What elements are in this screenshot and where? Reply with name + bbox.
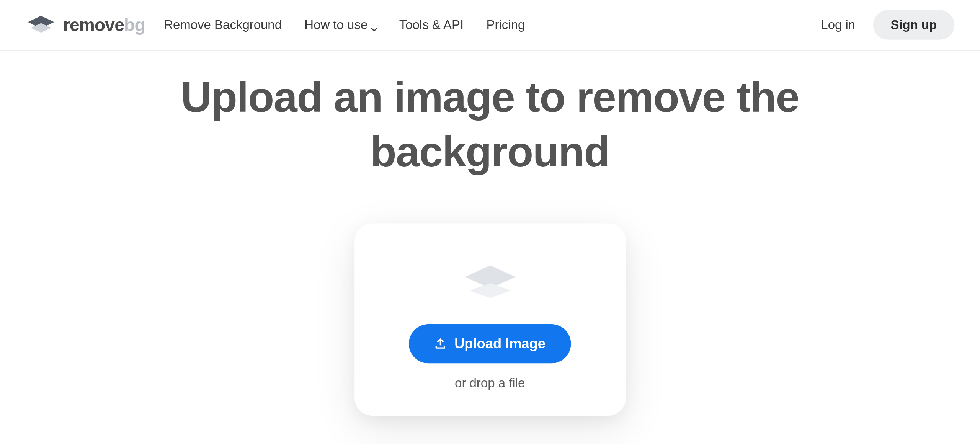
login-link[interactable]: Log in <box>821 18 855 32</box>
nav-item-label: Remove Background <box>164 18 282 32</box>
upload-card[interactable]: Upload Image or drop a file <box>354 223 626 416</box>
auth-section: Log in Sign up <box>821 10 954 39</box>
nav-pricing[interactable]: Pricing <box>487 18 525 32</box>
nav-item-label: Tools & API <box>399 18 464 32</box>
nav-how-to-use[interactable]: How to use <box>304 18 376 32</box>
chevron-down-icon <box>370 22 376 28</box>
logo-text-remove: remove <box>63 15 124 34</box>
signup-button[interactable]: Sign up <box>873 10 954 39</box>
main-nav: Remove Background How to use Tools & API… <box>164 18 525 32</box>
nav-item-label: Pricing <box>487 18 525 32</box>
nav-tools-api[interactable]: Tools & API <box>399 18 464 32</box>
upload-icon <box>434 338 447 350</box>
upload-image-button[interactable]: Upload Image <box>409 324 571 363</box>
layers-logo-icon <box>25 13 57 36</box>
main-content: Upload an image to remove the background… <box>0 51 980 416</box>
drop-file-text: or drop a file <box>455 376 525 390</box>
layers-placeholder-icon <box>458 261 521 305</box>
nav-item-label: How to use <box>304 18 368 32</box>
nav-remove-background[interactable]: Remove Background <box>164 18 282 32</box>
logo-text-bg: bg <box>124 15 145 34</box>
header: removebg Remove Background How to use To… <box>0 0 980 51</box>
upload-button-label: Upload Image <box>454 336 546 352</box>
logo-text: removebg <box>63 15 145 35</box>
hero-title: Upload an image to remove the background <box>175 69 805 179</box>
logo[interactable]: removebg <box>25 13 145 36</box>
